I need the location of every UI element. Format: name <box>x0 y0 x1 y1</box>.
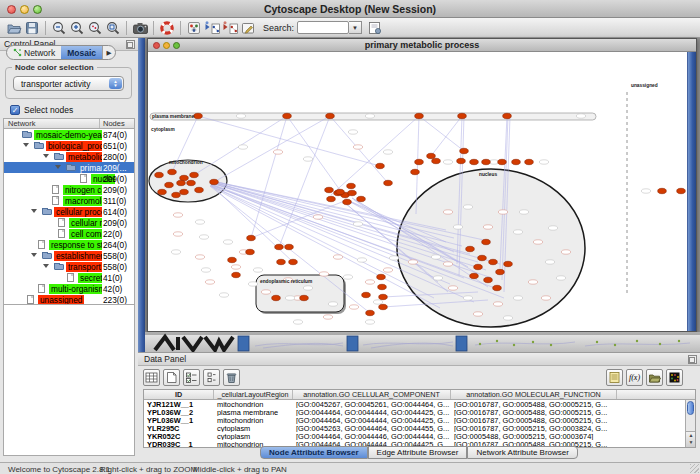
network-edge[interactable] <box>198 116 380 166</box>
network-node[interactable] <box>190 172 199 177</box>
node-label-pill[interactable] <box>431 255 440 259</box>
open-icon[interactable] <box>5 19 23 37</box>
annotation-icon[interactable] <box>239 19 257 37</box>
tree-row[interactable]: nucleobase-209(0) <box>4 173 134 184</box>
node-label-pill[interactable] <box>503 316 512 320</box>
network-node[interactable] <box>377 274 386 279</box>
node-label-pill[interactable] <box>541 296 550 300</box>
background-window-strip[interactable] <box>145 332 700 352</box>
network-node[interactable] <box>378 284 387 289</box>
table-scrollbar[interactable]: ▲▼ <box>685 400 695 447</box>
network-node[interactable] <box>474 264 483 269</box>
network-node[interactable] <box>158 189 167 194</box>
network-node[interactable] <box>180 189 189 194</box>
node-label-pill[interactable] <box>365 114 374 118</box>
node-label-pill[interactable] <box>556 276 565 280</box>
network-close-button[interactable] <box>153 42 160 49</box>
network-edge[interactable] <box>251 116 287 238</box>
network-node[interactable] <box>482 159 491 164</box>
node-label-pill[interactable] <box>443 210 452 214</box>
network-node[interactable] <box>327 196 336 201</box>
network-edge[interactable] <box>431 116 462 156</box>
network-node[interactable] <box>232 272 241 277</box>
network-vertical-scrollbar[interactable] <box>687 52 696 331</box>
network-node[interactable] <box>411 169 420 174</box>
table-row[interactable]: YJR121W__1mitochondrion[GO:0045267, GO:0… <box>144 400 695 408</box>
select-nodes-checkbox[interactable]: ✓ <box>10 105 20 115</box>
select-nodes-option[interactable]: ✓ Select nodes <box>10 104 73 116</box>
node-label-pill[interactable] <box>365 320 374 324</box>
table-row[interactable]: YPL036W__1mitochondrion[GO:0044464, GO:0… <box>144 416 695 424</box>
tree-row[interactable]: mosaic-demo-yeast874(0) <box>4 129 134 140</box>
node-label-pill[interactable] <box>353 222 362 226</box>
network-node[interactable] <box>168 169 177 174</box>
node-label-pill[interactable] <box>463 296 472 300</box>
network-node[interactable] <box>325 187 334 192</box>
network-node[interactable] <box>379 304 388 309</box>
node-label-pill[interactable] <box>448 286 457 290</box>
tree-column-nodes[interactable]: Nodes <box>100 119 134 128</box>
tree-row[interactable]: transport558(0) <box>4 261 134 272</box>
expander-icon[interactable] <box>55 165 61 169</box>
import-network-icon[interactable] <box>203 19 221 37</box>
node-label-pill[interactable] <box>323 315 332 319</box>
network-node[interactable] <box>458 113 467 118</box>
attribute-checklist-icon[interactable] <box>183 369 200 386</box>
notes-icon[interactable] <box>606 369 623 386</box>
node-label-pill[interactable] <box>238 145 247 149</box>
table-column-header[interactable]: annotation.GO CELLULAR_COMPONENT <box>293 390 451 399</box>
table-row[interactable]: YPL036W__2plasma membrane[GO:0044464, GO… <box>144 408 695 416</box>
node-label-pill[interactable] <box>353 145 362 149</box>
snapshot-icon[interactable] <box>131 19 149 37</box>
table-column-header[interactable]: annotation.GO MOLECULAR_FUNCTION <box>451 390 617 399</box>
network-node[interactable] <box>357 196 366 201</box>
node-label-pill[interactable] <box>195 255 204 259</box>
network-node[interactable] <box>384 180 393 185</box>
network-edge[interactable] <box>287 116 347 200</box>
node-label-pill[interactable] <box>389 256 398 260</box>
node-label-pill[interactable] <box>333 255 342 259</box>
network-canvas[interactable]: plasma membranecytoplasmmitochondrionnuc… <box>148 52 687 331</box>
network-node[interactable] <box>165 182 174 187</box>
resize-grip[interactable] <box>690 464 699 473</box>
node-label-pill[interactable] <box>171 250 180 254</box>
node-label-pill[interactable] <box>261 290 270 294</box>
node-label-pill[interactable] <box>236 114 245 118</box>
network-node[interactable] <box>194 113 203 118</box>
network-node[interactable] <box>427 153 436 158</box>
node-label-pill[interactable] <box>576 114 585 118</box>
network-node[interactable] <box>379 294 388 299</box>
network-node[interactable] <box>247 235 256 240</box>
node-label-pill[interactable] <box>383 150 392 154</box>
table-scrollbar-arrows[interactable]: ▲▼ <box>686 431 696 447</box>
node-label-pill[interactable] <box>473 312 482 316</box>
network-node[interactable] <box>460 148 469 153</box>
network-node[interactable] <box>210 179 219 184</box>
network-node[interactable] <box>180 175 189 180</box>
network-node[interactable] <box>503 113 512 118</box>
node-label-pill[interactable] <box>519 210 528 214</box>
expander-icon[interactable] <box>23 143 29 147</box>
network-node[interactable] <box>482 239 491 244</box>
network-node[interactable] <box>489 259 498 264</box>
tab-network-attribute-browser[interactable]: Network Attribute Browser <box>467 446 577 459</box>
tree-row[interactable]: primary metabo209(... <box>4 162 134 173</box>
zoom-in-icon[interactable] <box>68 19 86 37</box>
node-label-pill[interactable] <box>273 150 282 154</box>
network-node[interactable] <box>343 199 352 204</box>
zoom-selected-icon[interactable] <box>86 19 104 37</box>
node-label-pill[interactable] <box>231 265 240 269</box>
node-label-pill[interactable] <box>383 268 392 272</box>
node-label-pill[interactable] <box>453 225 462 229</box>
tab-node-attribute-browser[interactable]: Node Attribute Browser <box>260 446 368 459</box>
network-node[interactable] <box>300 295 309 300</box>
node-label-pill[interactable] <box>545 260 554 264</box>
node-label-pill[interactable] <box>253 268 262 272</box>
select-attributes-icon[interactable] <box>143 369 160 386</box>
node-label-pill[interactable] <box>357 258 366 262</box>
network-node[interactable] <box>272 295 281 300</box>
network-node[interactable] <box>376 163 385 168</box>
network-edge[interactable] <box>331 116 419 195</box>
expander-icon[interactable] <box>43 264 49 268</box>
help-ring-icon[interactable] <box>158 19 176 37</box>
